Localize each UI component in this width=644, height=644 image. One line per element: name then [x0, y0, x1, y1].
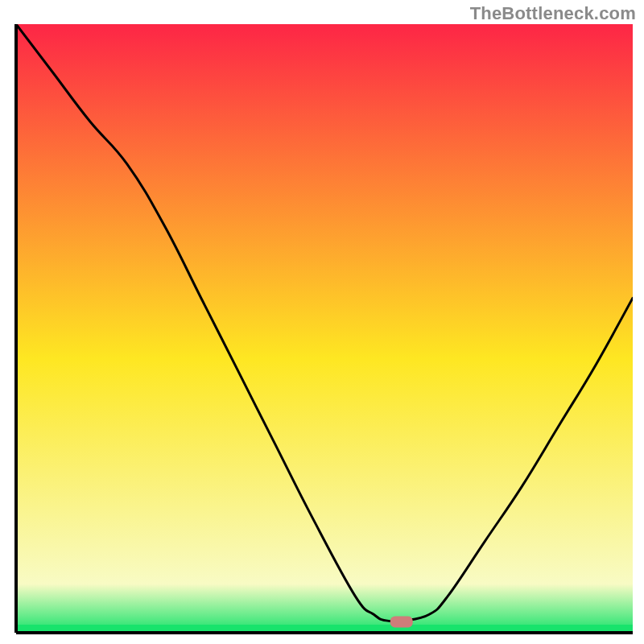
chart-frame: TheBottleneck.com	[0, 0, 644, 644]
bottleneck-chart	[0, 0, 644, 644]
attribution-label: TheBottleneck.com	[470, 3, 636, 24]
marker-optimum	[390, 616, 413, 627]
